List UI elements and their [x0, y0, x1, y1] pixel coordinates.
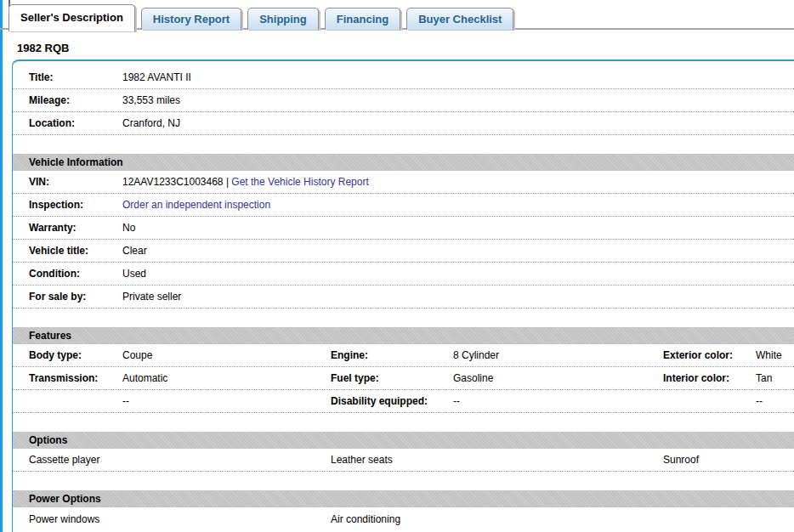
table-row-inspection: Inspection: Order an independent inspect…: [13, 194, 794, 217]
row-label: Mileage:: [29, 94, 122, 106]
row-label: Title:: [29, 71, 122, 83]
table-row-vin: VIN: 12AAV1233C1003468 | Get the Vehicle…: [13, 171, 794, 194]
seller-description-panel: Title: 1982 AVANTI II Mileage: 33,553 mi…: [12, 59, 794, 532]
tab-buyer-checklist[interactable]: Buyer Checklist: [406, 8, 513, 30]
row-label: Interior color:: [663, 372, 756, 384]
vehicle-history-report-link[interactable]: Get the Vehicle History Report: [231, 176, 368, 188]
row-label: Warranty:: [29, 222, 122, 234]
option-item: Leather seats: [331, 454, 663, 466]
row-label: Condition:: [29, 268, 122, 280]
page-title: 1982 RQB: [17, 42, 794, 54]
section-gap: [13, 413, 794, 432]
tab-shipping[interactable]: Shipping: [247, 8, 319, 30]
row-label: Vehicle title:: [29, 245, 122, 257]
tab-history-report[interactable]: History Report: [141, 8, 241, 30]
left-accent-bar: [0, 0, 3, 532]
section-gap: [13, 135, 794, 154]
row-value: 12AAV1233C1003468 | Get the Vehicle Hist…: [122, 176, 369, 188]
table-row-warranty: Warranty: No: [13, 217, 794, 240]
table-row-features-1: Body type: Coupe Engine: 8 Cylinder Exte…: [13, 344, 794, 367]
table-row-features-2: Transmission: Automatic Fuel type: Gasol…: [13, 367, 794, 390]
tab-financing[interactable]: Financing: [325, 8, 400, 30]
row-value: --: [756, 395, 794, 407]
section-header-power-options: Power Options: [13, 490, 794, 507]
row-value: White: [756, 349, 794, 361]
section-gap: [13, 308, 794, 327]
table-row-condition: Condition: Used: [13, 263, 794, 286]
table-row-options: Cassette player Leather seats Sunroof: [13, 449, 794, 472]
row-label: For sale by:: [29, 291, 122, 303]
option-item: Sunroof: [663, 454, 794, 466]
row-label: Inspection:: [29, 199, 122, 211]
row-value: Private seller: [122, 291, 331, 303]
table-row-title: Title: 1982 AVANTI II: [13, 66, 794, 89]
vin-value: 12AAV1233C1003468: [122, 176, 224, 188]
option-item: Cassette player: [29, 454, 331, 466]
independent-inspection-link[interactable]: Order an independent inspection: [122, 199, 270, 211]
row-label: Fuel type:: [331, 372, 453, 384]
row-value: Clear: [122, 245, 331, 257]
table-row-mileage: Mileage: 33,553 miles: [13, 89, 794, 112]
row-value: Cranford, NJ: [122, 117, 331, 129]
table-row-power-options: Power windows Air conditioning: [13, 507, 794, 530]
option-item: Power windows: [29, 513, 331, 525]
row-value: Order an independent inspection: [122, 199, 331, 211]
table-row-for-sale-by: For sale by: Private seller: [13, 286, 794, 308]
row-label: VIN:: [29, 176, 122, 188]
table-row-features-3: -- Disability equipped: -- --: [13, 390, 794, 413]
row-value: 8 Cylinder: [453, 349, 663, 361]
row-value: Coupe: [122, 349, 331, 361]
tab-bar: Seller's Description History Report Ship…: [0, 0, 794, 30]
row-label: Engine:: [331, 349, 453, 361]
option-item: Air conditioning: [331, 513, 663, 525]
row-label: Location:: [29, 117, 122, 129]
section-header-features: Features: [13, 327, 794, 344]
vin-separator: |: [224, 176, 232, 188]
tab-sellers-description[interactable]: Seller's Description: [9, 4, 135, 31]
row-value: No: [122, 222, 331, 234]
row-value: 33,553 miles: [122, 94, 331, 106]
row-value: Automatic: [122, 372, 331, 384]
row-label: Body type:: [29, 349, 122, 361]
section-header-options: Options: [13, 432, 794, 449]
row-value: Used: [122, 268, 331, 280]
row-value: Tan: [756, 372, 794, 384]
row-value: Gasoline: [453, 372, 663, 384]
table-row-location: Location: Cranford, NJ: [13, 112, 794, 135]
row-value: --: [122, 395, 331, 407]
section-header-vehicle-information: Vehicle Information: [13, 154, 794, 171]
row-value: 1982 AVANTI II: [122, 71, 331, 83]
row-label: Exterior color:: [663, 349, 756, 361]
row-label: Transmission:: [29, 372, 122, 384]
section-gap: [13, 472, 794, 490]
table-row-vehicle-title: Vehicle title: Clear: [13, 240, 794, 263]
row-label: Disability equipped:: [331, 395, 453, 407]
row-value: --: [453, 395, 663, 407]
